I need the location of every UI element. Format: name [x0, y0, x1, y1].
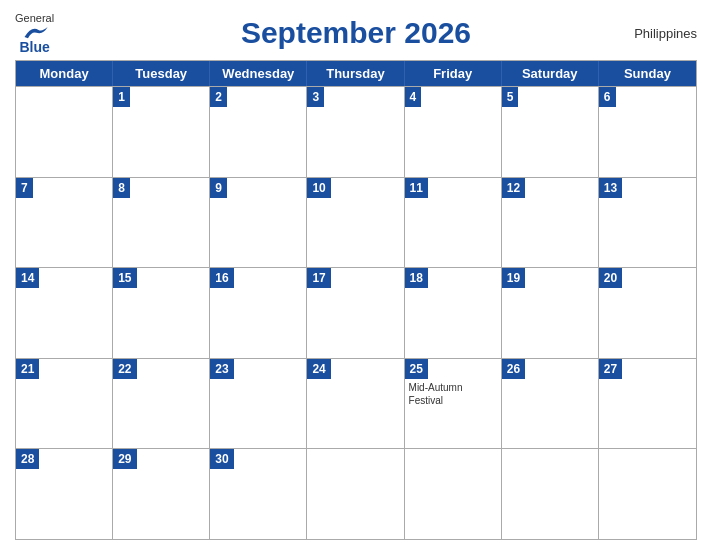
logo-general-text: General: [15, 13, 54, 24]
day-cell: [16, 87, 113, 177]
day-number: 10: [307, 178, 330, 198]
week-row-5: 282930: [16, 448, 696, 539]
day-cell: 9: [210, 178, 307, 268]
event-label: Mid-Autumn Festival: [405, 379, 501, 409]
day-number: 23: [210, 359, 233, 379]
day-number: 15: [113, 268, 136, 288]
day-number: 20: [599, 268, 622, 288]
day-number: 6: [599, 87, 616, 107]
day-cell: 26: [502, 359, 599, 449]
header-thursday: Thursday: [307, 61, 404, 86]
day-cell: 21: [16, 359, 113, 449]
day-number: 3: [307, 87, 324, 107]
day-number: 21: [16, 359, 39, 379]
day-cell: 5: [502, 87, 599, 177]
day-number: 5: [502, 87, 519, 107]
header-tuesday: Tuesday: [113, 61, 210, 86]
logo-bird-icon: [21, 24, 49, 40]
header-monday: Monday: [16, 61, 113, 86]
day-number: 7: [16, 178, 33, 198]
day-cell: 19: [502, 268, 599, 358]
header-sunday: Sunday: [599, 61, 696, 86]
country-label: Philippines: [634, 26, 697, 41]
day-number: 16: [210, 268, 233, 288]
day-number: 22: [113, 359, 136, 379]
day-cell: [405, 449, 502, 539]
calendar: Monday Tuesday Wednesday Thursday Friday…: [15, 60, 697, 540]
day-number: 9: [210, 178, 227, 198]
day-cell: 13: [599, 178, 696, 268]
day-cell: 6: [599, 87, 696, 177]
day-number: 26: [502, 359, 525, 379]
day-cell: 11: [405, 178, 502, 268]
week-row-3: 14151617181920: [16, 267, 696, 358]
day-cell: 30: [210, 449, 307, 539]
header-friday: Friday: [405, 61, 502, 86]
day-number: 11: [405, 178, 428, 198]
day-number: 2: [210, 87, 227, 107]
day-cell: 2: [210, 87, 307, 177]
page-header: General Blue September 2026 Philippines: [15, 10, 697, 54]
day-cell: 3: [307, 87, 404, 177]
day-cell: 4: [405, 87, 502, 177]
header-saturday: Saturday: [502, 61, 599, 86]
day-cell: 10: [307, 178, 404, 268]
week-row-2: 78910111213: [16, 177, 696, 268]
day-cell: 14: [16, 268, 113, 358]
day-number: 29: [113, 449, 136, 469]
day-cell: [307, 449, 404, 539]
header-wednesday: Wednesday: [210, 61, 307, 86]
day-cell: 12: [502, 178, 599, 268]
day-cell: 23: [210, 359, 307, 449]
day-cell: [502, 449, 599, 539]
week-row-4: 2122232425Mid-Autumn Festival2627: [16, 358, 696, 449]
day-cell: 24: [307, 359, 404, 449]
week-row-1: 123456: [16, 86, 696, 177]
day-cell: 25Mid-Autumn Festival: [405, 359, 502, 449]
day-number: 1: [113, 87, 130, 107]
day-number: 8: [113, 178, 130, 198]
day-cell: 20: [599, 268, 696, 358]
day-cell: 27: [599, 359, 696, 449]
day-cell: 28: [16, 449, 113, 539]
logo-blue-text: Blue: [19, 40, 49, 54]
day-number: 27: [599, 359, 622, 379]
day-number: 19: [502, 268, 525, 288]
day-number: 18: [405, 268, 428, 288]
day-headers-row: Monday Tuesday Wednesday Thursday Friday…: [16, 61, 696, 86]
day-cell: [599, 449, 696, 539]
weeks-container: 1234567891011121314151617181920212223242…: [16, 86, 696, 539]
day-number: 28: [16, 449, 39, 469]
day-number: 30: [210, 449, 233, 469]
day-cell: 18: [405, 268, 502, 358]
day-cell: 16: [210, 268, 307, 358]
day-number: 25: [405, 359, 428, 379]
day-cell: 7: [16, 178, 113, 268]
day-cell: 1: [113, 87, 210, 177]
day-number: 24: [307, 359, 330, 379]
day-cell: 8: [113, 178, 210, 268]
day-number: 17: [307, 268, 330, 288]
day-number: 13: [599, 178, 622, 198]
day-cell: 29: [113, 449, 210, 539]
day-number: 4: [405, 87, 422, 107]
day-cell: 17: [307, 268, 404, 358]
calendar-title: September 2026: [241, 16, 471, 50]
day-cell: 15: [113, 268, 210, 358]
day-number: 12: [502, 178, 525, 198]
day-number: 14: [16, 268, 39, 288]
day-cell: 22: [113, 359, 210, 449]
logo: General Blue: [15, 13, 54, 54]
